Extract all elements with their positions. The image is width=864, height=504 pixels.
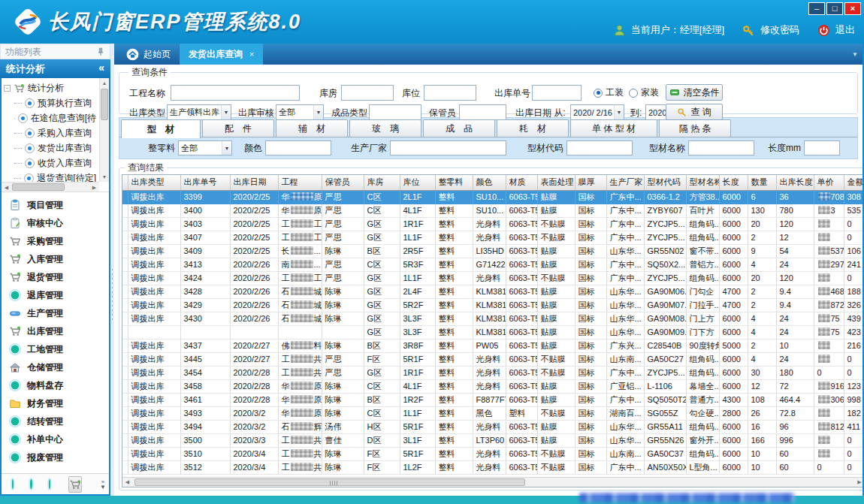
tree-root-statistics[interactable]: -统计分析 <box>4 80 96 95</box>
column-header[interactable]: 库房 <box>364 175 400 190</box>
column-header[interactable]: 保管员 <box>322 175 364 190</box>
sidebar-section-header[interactable]: 统计分析 « <box>0 59 110 78</box>
table-row[interactable]: 调拨出库34092020/2/25长...陈琳B区2R5F整料LI35HD606… <box>122 244 862 258</box>
radio-gongzhuang[interactable]: 工装 <box>594 86 624 99</box>
column-header[interactable]: 整零料 <box>435 175 473 190</box>
tab-close-icon[interactable]: × <box>249 50 254 59</box>
table-row[interactable]: G区3L3F整料KLM38176063-T5贴膜国标山东华...GA90M09.… <box>122 325 862 339</box>
scroll-left-icon[interactable]: ◀ <box>2 183 11 192</box>
scroll-down-icon[interactable]: ▼ <box>100 172 109 182</box>
category-tab[interactable]: 玻 璃 <box>349 119 421 137</box>
filter-input[interactable] <box>265 140 331 155</box>
outbound-type-select[interactable]: 生产领料出库▼ <box>167 104 231 120</box>
warehouse-input[interactable] <box>341 85 394 101</box>
date-from-picker[interactable]: 2020/ 2/16▼ <box>570 104 624 120</box>
close-button[interactable]: × <box>844 2 861 15</box>
sidebar-item[interactable]: 退库管理 <box>2 286 109 304</box>
scroll-right-icon[interactable]: ▶ <box>855 478 863 487</box>
radio-jiazhuang[interactable]: 家装 <box>629 86 659 99</box>
category-tab[interactable]: 成 品 <box>423 119 495 137</box>
column-header[interactable]: 出库日期 <box>230 175 278 190</box>
scroll-left-icon[interactable]: ◀ <box>122 478 132 487</box>
outbound-no-input[interactable] <box>532 85 582 101</box>
tree-item[interactable]: 预算执行查询 <box>4 95 96 110</box>
filter-input[interactable] <box>804 140 840 155</box>
clear-conditions-button[interactable]: 清空条件 <box>666 84 723 101</box>
module-dot-icon[interactable] <box>30 479 32 489</box>
category-tab[interactable]: 型 材 <box>121 119 201 138</box>
sidebar-item[interactable]: 仓储管理 <box>2 358 109 376</box>
sidebar-item[interactable]: 退货管理 <box>2 268 109 286</box>
filter-input[interactable] <box>390 140 506 155</box>
table-row[interactable]: 调拨出库34282020/2/26石城陈琳G区2L4F整料KLM38176063… <box>122 285 862 298</box>
logout-link[interactable]: 退出 <box>835 23 855 37</box>
table-row[interactable]: 调拨出库35102020/3/4工共工程陈琳F区5R1F整料光身料6063-T5… <box>122 447 862 460</box>
tree-item[interactable]: 在途信息查询[待 <box>4 110 96 125</box>
scrollbar-thumb[interactable] <box>12 183 65 191</box>
module-dot-icon[interactable] <box>12 479 14 489</box>
sidebar-item[interactable]: 财务管理 <box>2 394 109 412</box>
column-header[interactable]: 金额 <box>844 175 862 190</box>
column-header[interactable]: 生产厂家 <box>606 175 644 190</box>
product-type-input[interactable] <box>369 104 421 120</box>
tree-item[interactable]: 发货出库查询 <box>4 140 96 155</box>
table-row[interactable]: 调拨出库34452020/2/27工共工程严思F区5R1F整料光身料6063-T… <box>122 352 862 366</box>
category-tab[interactable]: 配 件 <box>202 119 274 137</box>
maximize-button[interactable]: □ <box>826 2 843 15</box>
column-header[interactable]: 颜色 <box>473 175 506 190</box>
sidebar-item[interactable]: 报废管理 <box>2 448 109 466</box>
column-header[interactable]: 工程 <box>278 175 322 190</box>
category-tab[interactable]: 隔 热 条 <box>659 119 731 137</box>
category-tab[interactable]: 耗 材 <box>497 119 569 137</box>
cart-module-button[interactable] <box>68 476 82 493</box>
sidebar-item[interactable]: 物料盘存 <box>2 376 109 394</box>
table-row[interactable]: 调拨出库34942020/3/2石辉城汤伟H区5R1F整料光身料6063-T5贴… <box>122 420 862 433</box>
outbound-audit-select[interactable]: 全部▼ <box>276 104 324 120</box>
collapse-icon[interactable]: « <box>98 62 104 74</box>
scrollbar-thumb[interactable] <box>134 478 525 486</box>
sidebar-splitter[interactable] <box>110 44 114 496</box>
table-row[interactable]: 调拨出库34292020/2/26石城陈琳G区5R2F整料KLM38176063… <box>122 298 862 312</box>
tree-expander-icon[interactable]: - <box>4 85 11 92</box>
filter-input[interactable] <box>566 140 633 155</box>
sidebar-item[interactable]: 结转管理 <box>2 412 109 430</box>
search-button[interactable]: 查 询 <box>666 104 723 120</box>
project-name-input[interactable] <box>171 85 300 101</box>
table-row[interactable]: 调拨出库34072020/2/25工工程严思G区1L1F整料光身料6063-T5… <box>122 231 862 244</box>
minimize-button[interactable]: – <box>808 2 825 15</box>
scrollbar-thumb[interactable] <box>101 89 108 120</box>
sidebar-item[interactable]: 入库管理 <box>2 250 109 268</box>
tab-overflow-icon[interactable]: ▼ <box>852 51 858 58</box>
sidebar-item[interactable]: 项目管理 <box>2 196 109 214</box>
sidebar-item[interactable]: 补单中心 <box>2 430 109 448</box>
radio-unselected-icon[interactable] <box>629 89 638 98</box>
scroll-up-icon[interactable]: ▲ <box>100 78 109 88</box>
column-header[interactable]: 数量 <box>748 175 776 190</box>
column-header[interactable]: 出库单号 <box>180 175 230 190</box>
column-header[interactable]: 长度 <box>719 175 748 190</box>
column-header[interactable]: 出库长度 <box>776 175 814 190</box>
table-row[interactable]: 调拨出库34612020/2/28华原...陈琳B区1R2F整料F8877FT6… <box>122 393 862 406</box>
grid-horizontal-scrollbar[interactable]: ◀ ▶ <box>122 477 862 487</box>
column-header[interactable]: 材质 <box>506 175 537 190</box>
column-header[interactable]: 型材名称 <box>686 175 719 190</box>
sidebar-item[interactable]: 出库管理 <box>2 322 109 340</box>
column-header[interactable]: 单价 <box>814 175 844 190</box>
table-row[interactable]: 调拨出库34932020/3/2华原...陈琳C区1L1F整料黑色塑料不贴膜国标… <box>122 406 862 420</box>
tab-home[interactable]: 起始页 <box>117 44 180 65</box>
radio-selected-icon[interactable] <box>594 89 603 98</box>
column-header[interactable]: 库位 <box>400 175 435 190</box>
category-tab[interactable]: 单 体 型 材 <box>570 119 657 137</box>
sidebar-item[interactable]: 生产管理 <box>2 304 109 322</box>
table-row[interactable]: 调拨出库34032020/2/25工工程严思G区1R1F整料光身料6063-T5… <box>122 217 862 231</box>
table-row[interactable]: 调拨出库34302020/2/26石城陈琳G区3L3F整料KLM38176063… <box>122 312 862 325</box>
column-header[interactable]: 表面处理 <box>537 175 575 190</box>
overflow-chevron-icon[interactable]: »▼ <box>100 479 106 490</box>
table-row[interactable]: 调拨出库33992020/2/25华原...严思C区2L1F整料SU10...6… <box>122 190 862 204</box>
tree-horizontal-scrollbar[interactable]: ◀ ▶ <box>2 182 99 192</box>
table-row[interactable]: 调拨出库35002020/3/3工共工程曹佳D区3L1F整料LT3P606063… <box>122 433 862 447</box>
category-tab[interactable]: 辅 材 <box>276 119 348 137</box>
tree-item[interactable]: 收货入库查询 <box>4 155 96 171</box>
location-input[interactable] <box>424 85 476 101</box>
table-row[interactable]: 调拨出库34372020/2/27佛料...陈琳B区3R8F整料PW056063… <box>122 339 862 352</box>
